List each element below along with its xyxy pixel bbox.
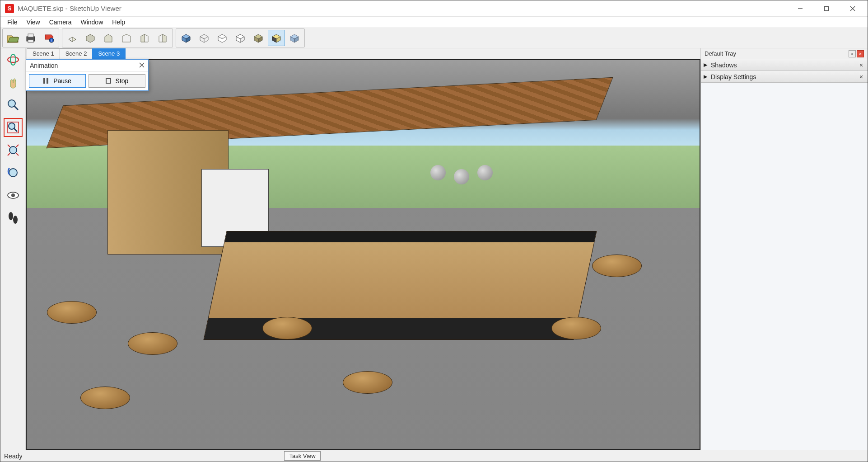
style-shaded-textures-button[interactable] [250, 30, 267, 46]
tray-panel-label: Display Settings [711, 73, 756, 80]
stop-icon [106, 78, 111, 84]
animation-pause-button[interactable]: Pause [29, 74, 86, 88]
orbit-tool[interactable] [4, 50, 23, 69]
style-shaded-colored-button[interactable] [268, 30, 285, 46]
tray-header[interactable]: Default Tray ▫ × [701, 48, 868, 59]
scene-geometry [454, 169, 469, 184]
scene-geometry [47, 301, 97, 324]
view-back-button[interactable] [118, 30, 135, 46]
pan-tool[interactable] [4, 73, 23, 92]
tray-panel-label: Shadows [711, 61, 737, 69]
app-icon: S [5, 4, 14, 13]
center-column: Scene 1 Scene 2 Scene 3 Animation [26, 48, 700, 450]
scene-geometry [551, 317, 601, 339]
svg-rect-6 [28, 40, 33, 42]
scene-geometry [477, 165, 493, 180]
svg-point-16 [9, 146, 17, 154]
window-minimize-button[interactable] [787, 0, 813, 17]
stop-label: Stop [116, 77, 129, 85]
window-titlebar: S MAQUETE.skp - SketchUp Viewer [0, 0, 868, 17]
look-around-tool[interactable] [4, 186, 23, 205]
pause-label: Pause [53, 77, 71, 85]
animation-dialog-close-icon[interactable] [139, 62, 145, 69]
zoom-window-tool[interactable] [4, 118, 23, 137]
previous-view-tool[interactable] [4, 163, 23, 182]
style-shaded-button[interactable] [177, 30, 195, 46]
camera-toolbar [0, 48, 26, 450]
zoom-extents-tool[interactable] [4, 141, 23, 160]
toolbar-group-file: i [2, 28, 59, 47]
menu-file[interactable]: File [3, 18, 22, 27]
tray-panel-shadows[interactable]: ▶ Shadows × [701, 59, 868, 71]
expand-arrow-icon: ▶ [704, 74, 707, 80]
animation-dialog-title: Animation [30, 62, 58, 69]
toolbar-open-button[interactable] [4, 30, 21, 46]
animation-dialog-titlebar[interactable]: Animation [26, 60, 148, 71]
animation-stop-button[interactable]: Stop [89, 74, 145, 88]
scene-tabs: Scene 1 Scene 2 Scene 3 [26, 48, 700, 59]
svg-point-21 [13, 216, 18, 224]
svg-point-10 [10, 54, 16, 65]
style-wireframe-button[interactable] [196, 30, 213, 46]
style-xray-button[interactable] [286, 30, 303, 46]
svg-point-20 [9, 212, 13, 220]
view-top-button[interactable] [82, 30, 99, 46]
toolbar-group-styles [176, 28, 305, 47]
animation-dialog-body: Pause Stop [26, 71, 148, 90]
tray-close-button[interactable]: × [857, 50, 864, 57]
scene-tab-2[interactable]: Scene 2 [60, 48, 93, 59]
tray-panel-display-settings[interactable]: ▶ Display Settings × [701, 71, 868, 83]
menu-help[interactable]: Help [108, 18, 129, 27]
svg-point-14 [9, 123, 15, 129]
scene-tab-3[interactable]: Scene 3 [92, 48, 126, 59]
svg-point-17 [9, 169, 17, 177]
model-viewport[interactable] [26, 59, 700, 450]
work-area: Scene 1 Scene 2 Scene 3 Animation [0, 48, 868, 450]
walk-tool[interactable] [4, 208, 23, 227]
scene-geometry [262, 317, 312, 339]
style-hidden-line-button[interactable] [214, 30, 231, 46]
window-maximize-button[interactable] [813, 0, 840, 17]
scene-tab-1[interactable]: Scene 1 [27, 48, 60, 59]
view-left-button[interactable] [136, 30, 153, 46]
window-title: MAQUETE.skp - SketchUp Viewer [18, 5, 121, 12]
pause-icon [43, 78, 49, 84]
menubar: File View Camera Window Help [0, 17, 868, 28]
statusbar: Ready Task View [0, 450, 868, 462]
scene-geometry [430, 165, 446, 180]
animation-dialog[interactable]: Animation Pause Stop [26, 59, 149, 91]
window-close-button[interactable] [840, 0, 866, 17]
scene-geometry [204, 231, 597, 340]
svg-point-9 [8, 57, 19, 62]
svg-point-11 [8, 100, 15, 107]
svg-rect-5 [28, 34, 33, 37]
scene-geometry [128, 332, 177, 355]
default-tray: Default Tray ▫ × ▶ Shadows × ▶ Display S… [700, 48, 868, 450]
main-toolbar: i [0, 28, 868, 48]
expand-arrow-icon: ▶ [704, 62, 707, 68]
status-text: Ready [4, 453, 22, 460]
toolbar-group-views [62, 28, 173, 47]
toolbar-model-info-button[interactable]: i [40, 30, 57, 46]
menu-window[interactable]: Window [76, 18, 107, 27]
tray-pin-button[interactable]: ▫ [849, 50, 856, 57]
toolbar-print-button[interactable] [22, 30, 39, 46]
scene-geometry [592, 255, 642, 277]
scene-geometry [80, 387, 130, 409]
tray-title: Default Tray [705, 50, 736, 57]
svg-line-15 [14, 128, 17, 132]
view-right-button[interactable] [154, 30, 171, 46]
svg-point-19 [11, 193, 15, 197]
tray-panel-close-icon[interactable]: × [858, 61, 865, 69]
scene-geometry [343, 371, 392, 394]
style-monochrome-button[interactable] [232, 30, 249, 46]
tray-panel-close-icon[interactable]: × [858, 73, 865, 80]
view-front-button[interactable] [100, 30, 117, 46]
svg-rect-1 [825, 6, 829, 10]
menu-view[interactable]: View [23, 18, 44, 27]
zoom-tool[interactable] [4, 95, 23, 114]
svg-line-12 [14, 106, 18, 110]
view-iso-button[interactable] [64, 30, 81, 46]
menu-camera[interactable]: Camera [45, 18, 76, 27]
task-view-button[interactable]: Task View [284, 451, 320, 461]
